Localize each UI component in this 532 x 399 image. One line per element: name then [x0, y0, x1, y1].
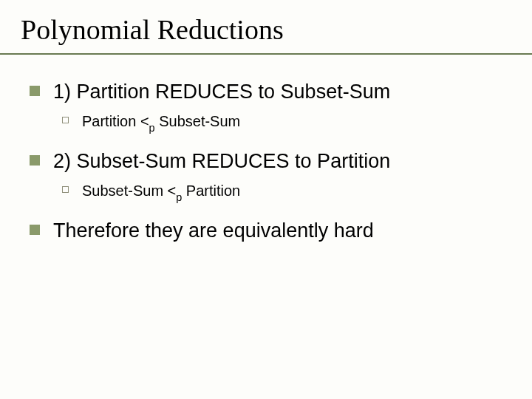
- list-item-text: Therefore they are equivalently hard: [53, 219, 374, 244]
- list-subitem-text: Subset-Sum <p Partition: [82, 182, 240, 202]
- sub-post: Subset-Sum: [155, 113, 241, 129]
- list-item-text: 1) Partition REDUCES to Subset-Sum: [53, 80, 390, 105]
- list-subitem: Partition <p Subset-Sum: [62, 112, 511, 133]
- square-bullet-icon: [30, 225, 40, 235]
- sub-pre: Subset-Sum <: [82, 183, 176, 199]
- list-subitem: Subset-Sum <p Partition: [62, 182, 511, 202]
- sub-pre: Partition <: [82, 113, 149, 129]
- list-item: 2) Subset-Sum REDUCES to Partition: [30, 149, 511, 174]
- list-item: Therefore they are equivalently hard: [30, 219, 511, 244]
- sub-post: Partition: [182, 183, 240, 199]
- title-underline: [0, 53, 532, 55]
- bullet-list: 1) Partition REDUCES to Subset-Sum Parti…: [21, 80, 511, 243]
- slide-title: Polynomial Reductions: [21, 13, 511, 55]
- hollow-square-bullet-icon: [62, 186, 69, 193]
- slide-title-text: Polynomial Reductions: [21, 14, 284, 45]
- square-bullet-icon: [30, 86, 40, 96]
- subscript-p: p: [149, 122, 155, 134]
- subscript-p: p: [176, 191, 182, 203]
- square-bullet-icon: [30, 155, 40, 166]
- hollow-square-bullet-icon: [62, 117, 69, 123]
- list-item-text: 2) Subset-Sum REDUCES to Partition: [53, 149, 390, 174]
- list-subitem-text: Partition <p Subset-Sum: [82, 112, 240, 133]
- list-item: 1) Partition REDUCES to Subset-Sum: [30, 80, 511, 105]
- slide: Polynomial Reductions 1) Partition REDUC…: [0, 0, 532, 399]
